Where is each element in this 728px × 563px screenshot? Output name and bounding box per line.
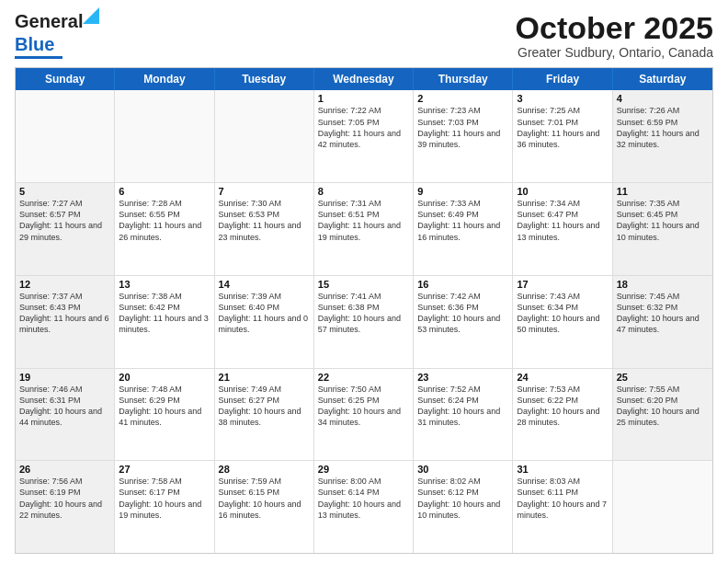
day-info: Sunrise: 7:35 AMSunset: 6:45 PMDaylight:… bbox=[617, 198, 709, 243]
calendar-header: SundayMondayTuesdayWednesdayThursdayFrid… bbox=[16, 68, 712, 90]
calendar-row-1: 1Sunrise: 7:22 AMSunset: 7:05 PMDaylight… bbox=[16, 90, 712, 183]
calendar-cell: 5Sunrise: 7:27 AMSunset: 6:57 PMDaylight… bbox=[16, 183, 115, 275]
day-info: Sunrise: 7:46 AMSunset: 6:31 PMDaylight:… bbox=[19, 384, 110, 429]
day-info: Sunrise: 7:58 AMSunset: 6:17 PMDaylight:… bbox=[119, 476, 210, 521]
calendar-cell: 31Sunrise: 8:03 AMSunset: 6:11 PMDayligh… bbox=[513, 461, 612, 553]
calendar-cell: 10Sunrise: 7:34 AMSunset: 6:47 PMDayligh… bbox=[513, 183, 612, 275]
day-number: 10 bbox=[517, 186, 608, 197]
day-info: Sunrise: 7:38 AMSunset: 6:42 PMDaylight:… bbox=[119, 291, 210, 336]
calendar-body: 1Sunrise: 7:22 AMSunset: 7:05 PMDaylight… bbox=[16, 90, 712, 553]
month-title: October 2025 bbox=[516, 11, 713, 45]
day-number: 11 bbox=[617, 186, 709, 197]
weekday-header-wednesday: Wednesday bbox=[314, 68, 414, 90]
day-number: 27 bbox=[119, 464, 210, 475]
svg-marker-0 bbox=[83, 7, 99, 24]
day-number: 24 bbox=[517, 372, 608, 383]
location: Greater Sudbury, Ontario, Canada bbox=[516, 45, 713, 60]
day-number: 21 bbox=[219, 372, 310, 383]
day-number: 30 bbox=[417, 464, 508, 475]
day-number: 8 bbox=[318, 186, 409, 197]
day-info: Sunrise: 7:27 AMSunset: 6:57 PMDaylight:… bbox=[19, 198, 110, 243]
calendar-cell: 2Sunrise: 7:23 AMSunset: 7:03 PMDaylight… bbox=[414, 90, 513, 182]
calendar-cell: 9Sunrise: 7:33 AMSunset: 6:49 PMDaylight… bbox=[414, 183, 513, 275]
day-info: Sunrise: 7:25 AMSunset: 7:01 PMDaylight:… bbox=[517, 105, 608, 150]
day-info: Sunrise: 7:48 AMSunset: 6:29 PMDaylight:… bbox=[119, 384, 210, 429]
calendar-cell: 17Sunrise: 7:43 AMSunset: 6:34 PMDayligh… bbox=[513, 276, 612, 368]
calendar-cell: 23Sunrise: 7:52 AMSunset: 6:24 PMDayligh… bbox=[414, 369, 513, 461]
day-info: Sunrise: 7:23 AMSunset: 7:03 PMDaylight:… bbox=[417, 105, 508, 150]
weekday-header-saturday: Saturday bbox=[613, 68, 712, 90]
day-info: Sunrise: 7:50 AMSunset: 6:25 PMDaylight:… bbox=[318, 384, 409, 429]
day-number: 15 bbox=[318, 279, 409, 290]
calendar-cell: 28Sunrise: 7:59 AMSunset: 6:15 PMDayligh… bbox=[215, 461, 314, 553]
day-info: Sunrise: 7:30 AMSunset: 6:53 PMDaylight:… bbox=[219, 198, 310, 243]
day-info: Sunrise: 7:28 AMSunset: 6:55 PMDaylight:… bbox=[119, 198, 210, 243]
title-block: October 2025 Greater Sudbury, Ontario, C… bbox=[516, 11, 713, 60]
day-info: Sunrise: 7:34 AMSunset: 6:47 PMDaylight:… bbox=[517, 198, 608, 243]
calendar-cell: 26Sunrise: 7:56 AMSunset: 6:19 PMDayligh… bbox=[16, 461, 115, 553]
calendar-cell: 8Sunrise: 7:31 AMSunset: 6:51 PMDaylight… bbox=[314, 183, 414, 275]
header: General Blue October 2025 Greater Sudbur… bbox=[15, 11, 713, 60]
calendar-cell bbox=[115, 90, 214, 182]
day-number: 2 bbox=[417, 93, 508, 104]
day-number: 14 bbox=[219, 279, 310, 290]
day-number: 31 bbox=[517, 464, 608, 475]
day-info: Sunrise: 7:53 AMSunset: 6:22 PMDaylight:… bbox=[517, 384, 608, 429]
day-number: 16 bbox=[417, 279, 508, 290]
day-info: Sunrise: 8:03 AMSunset: 6:11 PMDaylight:… bbox=[517, 476, 608, 521]
weekday-header-tuesday: Tuesday bbox=[215, 68, 314, 90]
day-number: 6 bbox=[119, 186, 210, 197]
day-number: 20 bbox=[119, 372, 210, 383]
day-number: 3 bbox=[517, 93, 608, 104]
calendar-cell: 4Sunrise: 7:26 AMSunset: 6:59 PMDaylight… bbox=[613, 90, 712, 182]
day-info: Sunrise: 7:33 AMSunset: 6:49 PMDaylight:… bbox=[417, 198, 508, 243]
day-info: Sunrise: 7:37 AMSunset: 6:43 PMDaylight:… bbox=[19, 291, 110, 336]
day-info: Sunrise: 7:39 AMSunset: 6:40 PMDaylight:… bbox=[219, 291, 310, 336]
calendar-cell: 3Sunrise: 7:25 AMSunset: 7:01 PMDaylight… bbox=[513, 90, 612, 182]
day-info: Sunrise: 7:52 AMSunset: 6:24 PMDaylight:… bbox=[417, 384, 508, 429]
logo-underline bbox=[15, 56, 63, 59]
calendar-cell: 16Sunrise: 7:42 AMSunset: 6:36 PMDayligh… bbox=[414, 276, 513, 368]
calendar: SundayMondayTuesdayWednesdayThursdayFrid… bbox=[15, 67, 713, 554]
calendar-cell: 12Sunrise: 7:37 AMSunset: 6:43 PMDayligh… bbox=[16, 276, 115, 368]
logo-blue: Blue bbox=[15, 34, 54, 54]
day-number: 12 bbox=[19, 279, 110, 290]
calendar-cell: 19Sunrise: 7:46 AMSunset: 6:31 PMDayligh… bbox=[16, 369, 115, 461]
calendar-cell: 14Sunrise: 7:39 AMSunset: 6:40 PMDayligh… bbox=[215, 276, 314, 368]
day-number: 7 bbox=[219, 186, 310, 197]
calendar-cell: 13Sunrise: 7:38 AMSunset: 6:42 PMDayligh… bbox=[115, 276, 214, 368]
calendar-cell: 7Sunrise: 7:30 AMSunset: 6:53 PMDaylight… bbox=[215, 183, 314, 275]
calendar-cell bbox=[613, 461, 712, 553]
calendar-row-5: 26Sunrise: 7:56 AMSunset: 6:19 PMDayligh… bbox=[16, 461, 712, 553]
day-number: 28 bbox=[219, 464, 310, 475]
calendar-cell bbox=[16, 90, 115, 182]
calendar-cell: 29Sunrise: 8:00 AMSunset: 6:14 PMDayligh… bbox=[314, 461, 414, 553]
day-info: Sunrise: 7:31 AMSunset: 6:51 PMDaylight:… bbox=[318, 198, 409, 243]
day-info: Sunrise: 7:43 AMSunset: 6:34 PMDaylight:… bbox=[517, 291, 608, 336]
calendar-cell: 22Sunrise: 7:50 AMSunset: 6:25 PMDayligh… bbox=[314, 369, 414, 461]
day-info: Sunrise: 8:02 AMSunset: 6:12 PMDaylight:… bbox=[417, 476, 508, 521]
day-info: Sunrise: 7:59 AMSunset: 6:15 PMDaylight:… bbox=[219, 476, 310, 521]
calendar-row-3: 12Sunrise: 7:37 AMSunset: 6:43 PMDayligh… bbox=[16, 276, 712, 369]
day-number: 18 bbox=[617, 279, 709, 290]
calendar-cell: 27Sunrise: 7:58 AMSunset: 6:17 PMDayligh… bbox=[115, 461, 214, 553]
calendar-row-4: 19Sunrise: 7:46 AMSunset: 6:31 PMDayligh… bbox=[16, 369, 712, 462]
calendar-cell: 6Sunrise: 7:28 AMSunset: 6:55 PMDaylight… bbox=[115, 183, 214, 275]
day-number: 26 bbox=[19, 464, 110, 475]
day-number: 1 bbox=[318, 93, 409, 104]
calendar-cell bbox=[215, 90, 314, 182]
weekday-header-sunday: Sunday bbox=[16, 68, 115, 90]
calendar-cell: 11Sunrise: 7:35 AMSunset: 6:45 PMDayligh… bbox=[613, 183, 712, 275]
day-info: Sunrise: 7:41 AMSunset: 6:38 PMDaylight:… bbox=[318, 291, 409, 336]
calendar-cell: 1Sunrise: 7:22 AMSunset: 7:05 PMDaylight… bbox=[314, 90, 414, 182]
calendar-cell: 15Sunrise: 7:41 AMSunset: 6:38 PMDayligh… bbox=[314, 276, 414, 368]
day-info: Sunrise: 8:00 AMSunset: 6:14 PMDaylight:… bbox=[318, 476, 409, 521]
day-number: 9 bbox=[417, 186, 508, 197]
calendar-page: General Blue October 2025 Greater Sudbur… bbox=[0, 0, 728, 563]
day-number: 17 bbox=[517, 279, 608, 290]
day-info: Sunrise: 7:42 AMSunset: 6:36 PMDaylight:… bbox=[417, 291, 508, 336]
weekday-header-friday: Friday bbox=[513, 68, 612, 90]
day-number: 4 bbox=[617, 93, 709, 104]
day-info: Sunrise: 7:55 AMSunset: 6:20 PMDaylight:… bbox=[617, 384, 709, 429]
calendar-row-2: 5Sunrise: 7:27 AMSunset: 6:57 PMDaylight… bbox=[16, 183, 712, 276]
